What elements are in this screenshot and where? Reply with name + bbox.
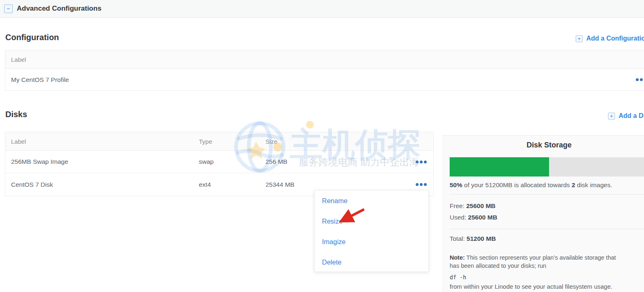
disk-actions-menu-icon[interactable] [416,161,427,163]
menu-item-imagize[interactable]: Imagize [315,231,428,252]
note-label: Note: [450,254,465,261]
storage-note: Note: This section represents your plan'… [450,254,621,270]
table-row: My CentOS 7 Profile [5,69,644,91]
divider [450,194,644,195]
storage-note-continued: from within your Linode to see your actu… [450,283,612,290]
total-value: 51200 MB [466,235,496,242]
allocation-text-mid: of your 51200MB is allocated towards [462,181,572,188]
free-used-lines: Free: 25600 MB Used: 25600 MB [450,200,497,223]
section-header-title: Advanced Configurations [17,5,101,13]
disk-size-cell: 256 MB [266,158,372,165]
allocation-disk-count: 2 [572,181,575,188]
storage-bar-fill [450,157,549,177]
disk-label-cell: CentOS 7 Disk [5,181,199,188]
column-header-label: Label [5,138,199,145]
table-row-swap-disk: 256MB Swap Image swap 256 MB [5,151,433,173]
disks-table: Label Type Size 256MB Swap Image swap 25… [5,132,434,196]
free-line: Free: 25600 MB [450,200,497,212]
advanced-configurations-header: − Advanced Configurations [0,0,644,18]
collapse-icon[interactable]: − [4,5,13,13]
add-configuration-label: Add a Configuration [586,35,644,42]
divider [450,229,644,229]
disks-title: Disks [5,110,27,119]
free-value: 25600 MB [466,202,495,209]
disk-size-cell: 25344 MB [266,181,372,188]
disk-type-cell: swap [199,158,266,165]
plus-icon: + [608,113,615,120]
disk-actions-menu-icon-open[interactable] [416,183,427,186]
add-disk-button[interactable]: + Add a Disk [608,112,644,120]
used-value: 25600 MB [468,214,498,221]
menu-item-delete[interactable]: Delete [315,252,428,272]
allocation-percent: 50% [450,181,462,188]
add-configuration-button[interactable]: + Add a Configuration [576,35,644,42]
add-disk-label: Add a Disk [619,112,644,120]
allocation-text-suffix: disk images. [575,181,612,188]
configuration-label-cell: My CentOS 7 Profile [5,76,644,84]
column-header-label: Label [5,56,644,63]
configuration-actions-menu-icon[interactable] [636,78,644,81]
configuration-title: Configuration [5,33,59,42]
menu-item-resize[interactable]: Resize [315,211,428,231]
storage-allocation-text: 50% of your 51200MB is allocated towards… [450,181,612,189]
disk-type-cell: ext4 [199,181,266,188]
menu-item-rename[interactable]: Rename [315,190,428,211]
watermark-accent-dot [306,121,314,129]
plus-icon: + [576,35,583,42]
total-line: Total: 51200 MB [450,233,496,244]
column-header-size: Size [266,138,372,145]
disk-storage-title: Disk Storage [443,141,644,149]
disk-label-cell: 256MB Swap Image [5,158,199,165]
storage-bar [450,157,644,177]
disks-table-header: Label Type Size [5,132,433,151]
configuration-table-header: Label [5,50,644,69]
column-header-type: Type [199,138,266,145]
configuration-table: Label My CentOS 7 Profile [5,50,644,91]
note-code: df -h [450,274,466,281]
disk-storage-panel: Disk Storage 50% of your 51200MB is allo… [443,135,644,292]
disk-actions-dropdown: Rename Resize Imagize Delete [314,190,429,272]
used-line: Used: 25600 MB [450,212,497,223]
page: − Advanced Configurations Configuration … [0,0,644,292]
